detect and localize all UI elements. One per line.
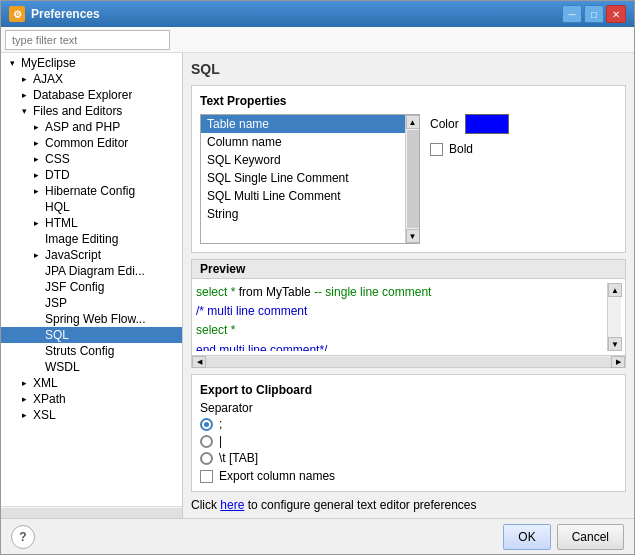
- tree-label-myeclipse: MyEclipse: [19, 56, 76, 70]
- preview-section: Preview select * from MyTable -- single …: [191, 259, 626, 368]
- bold-checkbox[interactable]: [430, 143, 443, 156]
- expand-arrow-hql: [29, 200, 43, 214]
- maximize-button[interactable]: □: [584, 5, 604, 23]
- tree-label-dtd: DTD: [43, 168, 70, 182]
- tree-label-wsdl: WSDL: [43, 360, 80, 374]
- tree-label-files-and-editors: Files and Editors: [31, 104, 122, 118]
- tree-item-struts[interactable]: Struts Config: [1, 343, 182, 359]
- list-item-column-name[interactable]: Column name: [201, 133, 405, 151]
- tree-item-database-explorer[interactable]: Database Explorer: [1, 87, 182, 103]
- preview-line-2: /* multi line comment: [196, 302, 607, 321]
- cancel-button[interactable]: Cancel: [557, 524, 624, 550]
- preview-scroll-up[interactable]: ▲: [608, 283, 622, 297]
- preview-hscroll: ◀ ▶: [192, 355, 625, 367]
- tree-item-jsp[interactable]: JSP: [1, 295, 182, 311]
- tree-item-jpa[interactable]: JPA Diagram Edi...: [1, 263, 182, 279]
- tree-label-sql: SQL: [43, 328, 69, 342]
- tree-item-ajax[interactable]: AJAX: [1, 71, 182, 87]
- tree-item-image-editing[interactable]: Image Editing: [1, 231, 182, 247]
- list-item-sql-multi-comment[interactable]: SQL Multi Line Comment: [201, 187, 405, 205]
- separator-label: Separator: [200, 401, 617, 415]
- tree-item-common-editor[interactable]: Common Editor: [1, 135, 182, 151]
- tree-label-javascript: JavaScript: [43, 248, 101, 262]
- tree: MyEclipse AJAX Database Explorer Files a…: [1, 53, 182, 506]
- expand-arrow-spring: [29, 312, 43, 326]
- tree-label-jsp: JSP: [43, 296, 67, 310]
- color-row: Color: [430, 114, 509, 134]
- expand-arrow-dtd: [29, 168, 43, 182]
- page-title: SQL: [191, 61, 626, 77]
- help-button[interactable]: ?: [11, 525, 35, 549]
- tree-item-html[interactable]: HTML: [1, 215, 182, 231]
- preview-label: Preview: [192, 260, 625, 279]
- filter-input[interactable]: [5, 30, 170, 50]
- list-item-sql-single-comment[interactable]: SQL Single Line Comment: [201, 169, 405, 187]
- title-bar-left: ⚙ Preferences: [9, 6, 100, 22]
- title-bar: ⚙ Preferences ─ □ ✕: [1, 1, 634, 27]
- tree-item-wsdl[interactable]: WSDL: [1, 359, 182, 375]
- expand-arrow-xml: [17, 376, 31, 390]
- expand-arrow-db: [17, 88, 31, 102]
- preview-hscroll-track: [206, 357, 611, 367]
- expand-arrow-ajax: [17, 72, 31, 86]
- preview-line-1: select * from MyTable -- single line com…: [196, 283, 607, 302]
- tree-item-xml[interactable]: XML: [1, 375, 182, 391]
- tree-label-asp: ASP and PHP: [43, 120, 120, 134]
- tree-item-javascript[interactable]: JavaScript: [1, 247, 182, 263]
- color-swatch[interactable]: [465, 114, 509, 134]
- tree-item-myeclipse[interactable]: MyEclipse: [1, 55, 182, 71]
- window-bottom: ? OK Cancel: [1, 518, 634, 554]
- tree-item-hibernate[interactable]: Hibernate Config: [1, 183, 182, 199]
- scroll-up-button[interactable]: ▲: [406, 115, 420, 129]
- tree-item-xpath[interactable]: XPath: [1, 391, 182, 407]
- tree-label-struts: Struts Config: [43, 344, 114, 358]
- expand-arrow-jsf: [29, 280, 43, 294]
- scroll-thumb: [407, 130, 419, 228]
- separator-semicolon-row: ;: [200, 417, 617, 431]
- export-col-names-checkbox[interactable]: [200, 470, 213, 483]
- color-label: Color: [430, 117, 459, 131]
- tree-item-spring[interactable]: Spring Web Flow...: [1, 311, 182, 327]
- tree-item-asp[interactable]: ASP and PHP: [1, 119, 182, 135]
- left-panel: MyEclipse AJAX Database Explorer Files a…: [1, 53, 183, 518]
- tree-item-dtd[interactable]: DTD: [1, 167, 182, 183]
- expand-arrow-common: [29, 136, 43, 150]
- ok-button[interactable]: OK: [503, 524, 550, 550]
- expand-arrow-asp: [29, 120, 43, 134]
- expand-arrow-html: [29, 216, 43, 230]
- ok-cancel-buttons: OK Cancel: [503, 524, 624, 550]
- tree-label-jsf: JSF Config: [43, 280, 104, 294]
- preview-scroll-track: [608, 297, 621, 337]
- radio-tab[interactable]: [200, 452, 213, 465]
- window-controls: ─ □ ✕: [562, 5, 626, 23]
- tree-item-xsl[interactable]: XSL: [1, 407, 182, 423]
- text-properties-content: Table name Column name SQL Keyword SQL S…: [200, 114, 617, 244]
- toolbar: [1, 27, 634, 53]
- preview-line-3: select *: [196, 321, 607, 340]
- radio-semicolon-label: ;: [219, 417, 222, 431]
- tree-item-sql[interactable]: SQL: [1, 327, 182, 343]
- close-button[interactable]: ✕: [606, 5, 626, 23]
- tree-item-hql[interactable]: HQL: [1, 199, 182, 215]
- list-item-table-name[interactable]: Table name: [201, 115, 405, 133]
- listbox-inner[interactable]: Table name Column name SQL Keyword SQL S…: [201, 115, 419, 243]
- preview-scroll-right[interactable]: ▶: [611, 356, 625, 368]
- list-item-string[interactable]: String: [201, 205, 405, 223]
- list-item-sql-keyword[interactable]: SQL Keyword: [201, 151, 405, 169]
- radio-pipe-label: |: [219, 434, 222, 448]
- info-link[interactable]: here: [220, 498, 244, 512]
- tree-horizontal-scrollbar[interactable]: [1, 506, 182, 518]
- main-area: MyEclipse AJAX Database Explorer Files a…: [1, 53, 634, 518]
- tree-item-css[interactable]: CSS: [1, 151, 182, 167]
- scroll-down-button[interactable]: ▼: [406, 229, 420, 243]
- preview-scroll-down[interactable]: ▼: [608, 337, 622, 351]
- tree-label-css: CSS: [43, 152, 70, 166]
- minimize-button[interactable]: ─: [562, 5, 582, 23]
- tree-item-jsf[interactable]: JSF Config: [1, 279, 182, 295]
- radio-semicolon[interactable]: [200, 418, 213, 431]
- expand-arrow-css: [29, 152, 43, 166]
- tree-label-hibernate: Hibernate Config: [43, 184, 135, 198]
- radio-pipe[interactable]: [200, 435, 213, 448]
- tree-item-files-and-editors[interactable]: Files and Editors: [1, 103, 182, 119]
- preview-scroll-left[interactable]: ◀: [192, 356, 206, 368]
